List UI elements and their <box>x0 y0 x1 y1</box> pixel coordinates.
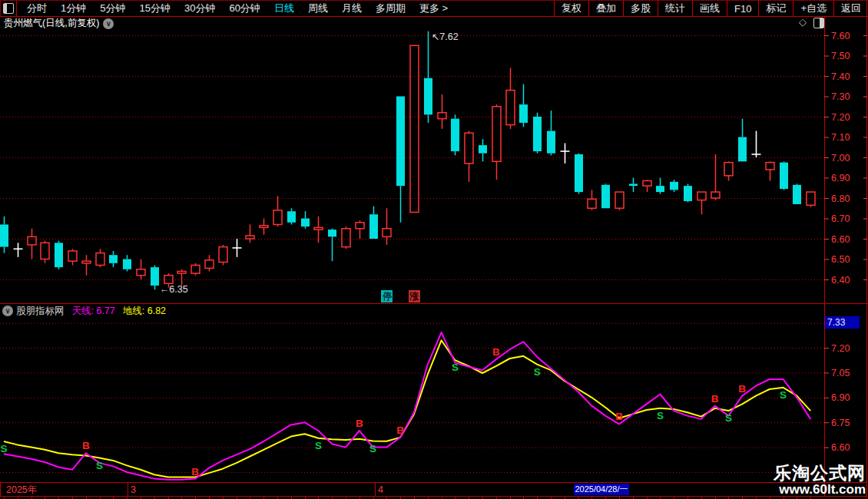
month-label: 4 <box>378 484 383 495</box>
candle-up <box>342 229 350 247</box>
candle-up <box>164 276 173 284</box>
period-tab[interactable]: 60分钟 <box>222 2 267 15</box>
indicator-axis-label: 7.05 <box>831 368 850 378</box>
period-tab[interactable]: 更多 > <box>412 2 455 15</box>
candle-down <box>301 219 310 227</box>
price-axis-label: 7.60 <box>831 31 850 41</box>
candle-up <box>314 227 323 230</box>
candle-down <box>109 255 118 263</box>
period-tabs: 分时1分钟5分钟15分钟30分钟60分钟日线周线月线多周期更多 > <box>20 1 455 16</box>
period-tab[interactable]: 多周期 <box>369 2 412 15</box>
candle-up <box>588 199 596 208</box>
period-tab[interactable]: 15分钟 <box>132 2 177 15</box>
sell-marker: S <box>315 440 322 451</box>
period-tab[interactable]: 5分钟 <box>93 2 132 15</box>
tian-line <box>4 332 810 480</box>
diamond-icon[interactable]: ◇ <box>799 16 807 28</box>
toolbar-button[interactable]: 多股 <box>623 1 658 16</box>
candle-down <box>533 117 542 151</box>
candle-up <box>219 247 227 263</box>
candle-down <box>670 182 678 190</box>
indicator-readout: 天线: 6.77 <box>72 306 115 316</box>
limit-badge: 停 <box>381 290 393 302</box>
indicator-name: 股朋指标网 <box>16 305 65 318</box>
chart-title: 贵州燃气(日线,前复权) <box>4 17 99 30</box>
low-annotation: ←6.35 <box>160 284 188 295</box>
watermark: 乐淘公式网 www.60lt.com <box>774 464 866 497</box>
candle-up <box>807 192 815 205</box>
chart-canvas[interactable]: 7.607.507.407.307.207.107.006.906.806.70… <box>0 0 868 499</box>
candle-up <box>68 251 77 261</box>
candle-down <box>424 78 432 115</box>
price-axis-label: 7.10 <box>831 132 850 143</box>
price-axis-label: 7.40 <box>831 71 850 82</box>
indicator-chevron-down-icon[interactable]: ∨ <box>2 306 13 316</box>
toolbar-button[interactable]: F10 <box>727 1 758 16</box>
toolbar-button[interactable]: 复权 <box>554 1 588 16</box>
year-label: 2025年 <box>6 484 37 495</box>
candle-down <box>151 267 159 286</box>
candle-down <box>479 145 487 154</box>
candle-down <box>287 211 296 223</box>
candle-up <box>41 243 49 259</box>
toolbar-button[interactable]: 画线 <box>692 1 727 16</box>
candle-down <box>55 243 63 267</box>
price-axis-label: 7.50 <box>831 51 850 61</box>
price-axis-label: 7.00 <box>831 153 850 164</box>
high-annotation: ↖7.62 <box>432 31 459 42</box>
di-line <box>4 340 810 477</box>
sell-marker: S <box>534 366 541 378</box>
candle-down <box>793 185 801 204</box>
toolbar-button[interactable]: 叠加 <box>588 1 623 16</box>
toolbar: 分时1分钟5分钟15分钟30分钟60分钟日线周线月线多周期更多 > 复权叠加多股… <box>0 0 868 17</box>
indicator-axis-label: 6.60 <box>831 442 850 453</box>
toolbar-button[interactable]: 统计 <box>658 1 692 16</box>
price-axis-label: 7.20 <box>831 112 850 123</box>
toolbar-button[interactable]: +自选 <box>793 1 833 16</box>
chevron-down-icon[interactable]: ∨ <box>103 18 114 29</box>
panel-layout-icon[interactable] <box>813 18 824 28</box>
window-layout-icon <box>3 3 14 14</box>
candle-up <box>615 192 624 208</box>
candle-up <box>356 223 364 229</box>
price-axis-label: 6.60 <box>831 234 850 245</box>
price-axis-label: 6.70 <box>831 213 850 224</box>
price-axis-label: 7.30 <box>831 91 850 102</box>
candle-down <box>656 186 664 192</box>
price-axis-label: 6.80 <box>831 193 850 204</box>
period-tab[interactable]: 1分钟 <box>54 2 93 15</box>
sell-marker: S <box>452 362 459 373</box>
panel-layout-icon-glyph <box>813 18 824 28</box>
period-tab[interactable]: 日线 <box>267 2 301 15</box>
candle-up <box>177 271 186 273</box>
month-label: 3 <box>131 484 136 495</box>
period-tab[interactable]: 月线 <box>335 2 369 15</box>
period-tab[interactable]: 30分钟 <box>177 2 222 15</box>
window-layout-button[interactable] <box>1 1 17 16</box>
sell-marker: S <box>96 460 103 471</box>
candle-down <box>451 119 459 151</box>
candle-up <box>260 226 268 228</box>
price-axis-label: 6.50 <box>831 254 850 265</box>
candle-down <box>396 97 405 187</box>
limit-badge: 涨 <box>409 290 420 302</box>
period-tab[interactable]: 分时 <box>20 2 54 15</box>
candle-down <box>601 185 610 208</box>
toolbar-button[interactable]: 返回 <box>833 1 868 16</box>
candle-down <box>738 137 747 162</box>
selected-date-box: 2025/04/28/一 <box>574 484 629 495</box>
sell-marker: S <box>0 443 7 454</box>
candle-down <box>684 186 692 201</box>
candle-up <box>711 192 720 198</box>
indicator-readout: 地线: 6.82 <box>123 306 166 316</box>
sell-marker: S <box>369 443 376 454</box>
candle-down <box>519 104 528 123</box>
period-tab[interactable]: 周线 <box>301 2 335 15</box>
candle-up <box>766 163 774 170</box>
candle-up <box>465 133 473 164</box>
title-bar: 贵州燃气(日线,前复权) ∨ <box>0 17 822 30</box>
toolbar-button[interactable]: 标记 <box>758 1 793 16</box>
indicator-axis-label: 6.75 <box>831 418 850 428</box>
candle-up <box>492 107 501 162</box>
candle-down <box>547 131 555 154</box>
